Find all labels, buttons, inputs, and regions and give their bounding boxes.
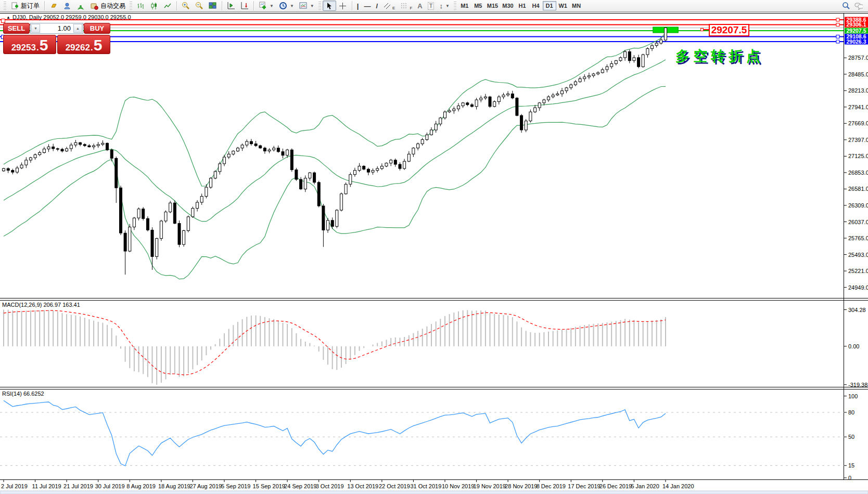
svg-text:80: 80 [848,409,854,415]
zoom-out-icon [195,2,203,10]
signals-icon [76,2,85,10]
line-handle[interactable] [836,40,839,43]
timeframe-m15-button[interactable]: M15 [485,1,500,10]
svg-text:18 Aug 2019: 18 Aug 2019 [158,483,190,489]
volume-input[interactable]: 1.00 [41,23,73,33]
crosshair-icon [339,2,347,10]
templates-button[interactable]: ▼ [297,1,317,11]
toolbar-grip[interactable] [454,2,456,10]
line-handle[interactable] [836,18,839,21]
new-order-icon [10,2,19,10]
navigator-button[interactable] [60,1,74,11]
text-tool-button[interactable]: A [415,1,425,11]
price-callout-label[interactable]: 29207.5 [709,24,749,36]
timeframe-h4-button[interactable]: H4 [529,1,543,10]
timeframe-m5-button[interactable]: M5 [471,1,485,10]
fibonacci-tool-button[interactable]: F [398,1,415,11]
text-label-tool-button[interactable]: T [425,1,437,11]
toolbar-grip[interactable] [130,2,132,10]
buy-price-fraction: 5 [94,38,103,52]
sell-button[interactable]: SELL [3,23,30,34]
cursor-tool-button[interactable] [323,1,336,11]
chart-shift-button[interactable] [224,1,238,11]
separator [176,1,177,10]
navigator-icon [63,2,71,10]
bar-chart-button[interactable] [134,1,147,11]
crosshair-tool-button[interactable] [336,1,350,11]
svg-text:24 Sep 2019: 24 Sep 2019 [284,483,316,489]
svg-text:15: 15 [848,462,854,469]
line-handle[interactable] [1,19,5,23]
dropdown-caret: ▼ [270,4,274,8]
svg-text:27669.0: 27669.0 [848,120,868,126]
new-chart-button[interactable]: ▼ [256,1,276,11]
svg-text:5 Jan 2020: 5 Jan 2020 [631,483,659,489]
horizontal-line-tool-button[interactable]: — [361,1,373,11]
svg-text:29026.3: 29026.3 [847,38,866,45]
line-handle[interactable] [836,35,839,38]
sell-price-fraction: 5 [40,38,48,52]
autotrading-button[interactable]: 自动交易 [87,1,128,11]
timeframe-h1-button[interactable]: H1 [516,1,529,10]
svg-text:27 Aug 2019: 27 Aug 2019 [189,483,222,489]
line-handle[interactable] [836,23,839,27]
dropdown-caret: ▼ [310,4,314,8]
market-watch-icon [49,2,58,10]
tile-windows-icon [209,2,217,10]
line-chart-button[interactable] [161,1,174,11]
toolbar-grip[interactable] [4,2,6,10]
buy-price-dot: . [91,43,93,52]
toolbar-grip[interactable] [318,2,321,10]
zoom-out-button[interactable] [193,1,206,11]
timeframe-m1-button[interactable]: M1 [458,1,471,10]
buy-price-button[interactable]: 29262 . 5 [57,35,110,54]
vertical-line-tool-button[interactable]: | [354,1,362,11]
separator [222,1,222,10]
svg-text:14 Jan 2020: 14 Jan 2020 [662,483,694,489]
text-tool-icon: A [417,3,422,9]
new-order-button[interactable]: 新订单 [8,1,42,11]
chat-icon[interactable] [854,2,863,10]
chart-area[interactable]: 28757.028485.028213.027941.027669.027397… [0,0,868,494]
tile-windows-button[interactable] [206,1,220,11]
svg-text:0.00: 0.00 [848,343,859,349]
arrows-tool-button[interactable]: ↕ ▼ [437,1,452,11]
buy-button[interactable]: BUY [84,23,110,34]
svg-text:27125.0: 27125.0 [848,153,868,159]
one-click-trading-panel: SELL ▼ 1.00 ▲ BUY 29253 . 5 29262 . 5 [3,23,110,54]
trendline-tool-button[interactable]: / [373,1,380,11]
chart-annotation-text[interactable]: 多空转折点 [675,47,764,66]
svg-text:24949.0: 24949.0 [848,284,868,291]
volume-down-button[interactable]: ▼ [31,24,40,33]
candlestick-chart-button[interactable] [147,1,161,11]
channel-tool-button[interactable]: E [380,1,398,11]
new-order-label: 新订单 [21,2,40,10]
price-chart-canvas[interactable]: 28757.028485.028213.027941.027669.027397… [0,0,868,494]
svg-text:304.28: 304.28 [848,307,866,313]
zoom-in-button[interactable] [179,1,193,11]
timeframe-m30-button[interactable]: M30 [500,1,515,10]
text-label-icon: T [428,2,435,10]
fibonacci-letter: F [410,6,412,10]
periods-button[interactable]: ▼ [276,1,297,11]
svg-text:15 Sep 2019: 15 Sep 2019 [253,483,285,489]
zoom-in-icon [182,2,190,10]
signals-button[interactable] [74,1,87,11]
search-icon[interactable] [842,2,850,10]
channel-letter: E [392,6,395,10]
auto-scroll-button[interactable] [238,1,251,11]
svg-text:26853.0: 26853.0 [848,170,868,176]
volume-up-button[interactable]: ▲ [73,24,82,33]
timeframe-d1-button[interactable]: D1 [543,1,556,10]
svg-text:28757.0: 28757.0 [848,55,868,61]
trendline-icon: / [376,3,378,9]
sell-price-button[interactable]: 29253 . 5 [3,35,56,54]
buy-price-main: 29262 [66,43,90,52]
periods-clock-icon [279,2,287,10]
timeframe-w1-button[interactable]: W1 [556,1,570,10]
autotrading-icon [90,2,98,10]
timeframe-mn-button[interactable]: MN [570,1,583,10]
market-watch-button[interactable] [47,1,60,11]
separator [253,1,254,10]
sell-price-main: 29253 [11,43,36,52]
